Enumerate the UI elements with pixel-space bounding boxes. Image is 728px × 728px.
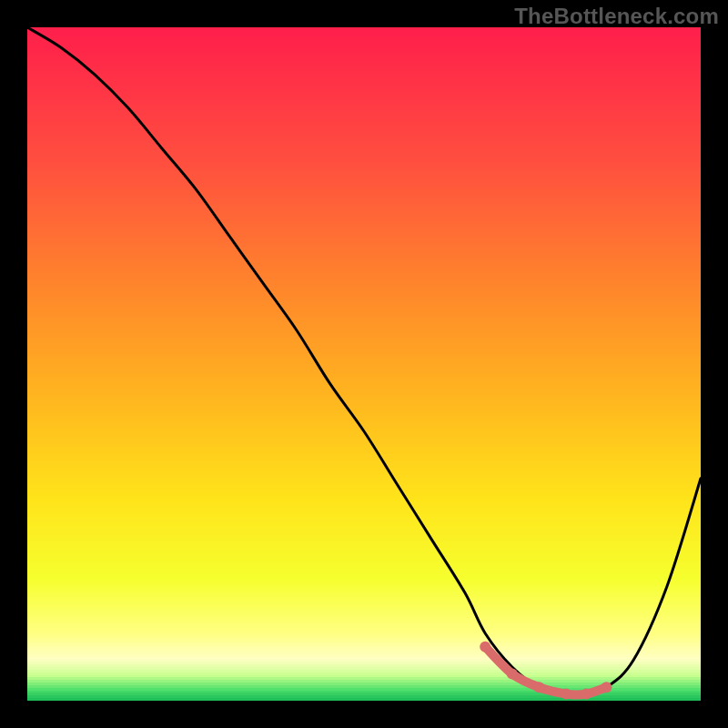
marker-dot [507,668,518,679]
marker-dot [561,689,571,700]
chart-svg [27,27,701,701]
watermark-text: TheBottleneck.com [514,4,719,29]
bottleneck-curve [27,27,701,695]
optimal-range-marker [485,647,606,695]
marker-dot [581,689,592,700]
plot-area [27,27,701,701]
marker-dot [533,682,544,693]
marker-dot [601,682,612,693]
marker-dot [480,642,490,652]
chart-frame: TheBottleneck.com [0,0,728,728]
